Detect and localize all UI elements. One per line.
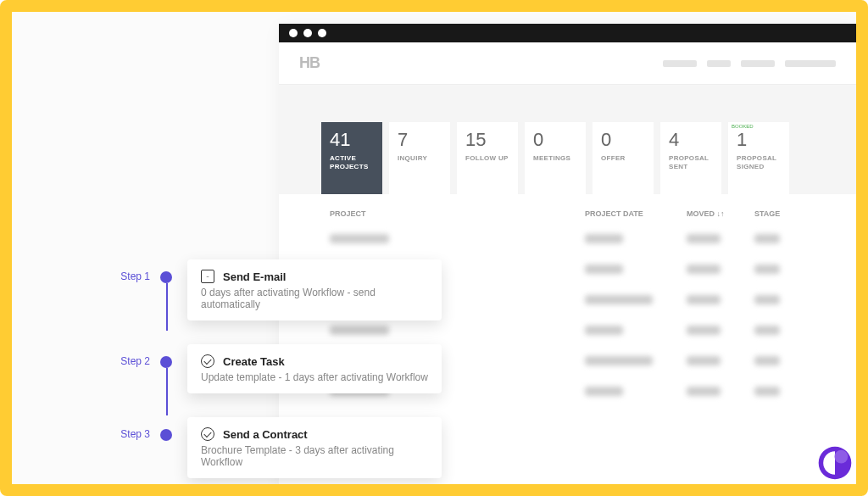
logo: HB [299, 54, 320, 72]
stat-value: 41 [330, 131, 374, 149]
step-label: Step 1 [114, 259, 160, 282]
stat-label: FOLLOW UP [465, 154, 509, 163]
step-subtitle: Brochure Template - 3 days after activat… [201, 444, 428, 468]
stat-badge: BOOKED [732, 124, 754, 129]
step-connector [166, 283, 168, 331]
step-subtitle: Update template - 1 days after activatin… [201, 371, 428, 383]
brand-badge-icon [815, 443, 854, 482]
stat-value: 15 [465, 131, 509, 149]
th-date[interactable]: PROJECT DATE [585, 209, 687, 218]
step-card-create-task[interactable]: Create Task Update template - 1 days aft… [187, 344, 442, 393]
workflow-steps: Step 1 Send E-mail 0 days after activati… [114, 259, 442, 496]
stat-value: 0 [533, 131, 577, 149]
stat-value: 4 [669, 131, 713, 149]
step-subtitle: 0 days after activating Workflow - send … [201, 287, 428, 310]
table-row[interactable] [330, 226, 805, 250]
stat-label: OFFER [601, 154, 645, 163]
step-card-send-email[interactable]: Send E-mail 0 days after activating Work… [187, 259, 442, 320]
step-card-send-contract[interactable]: Send a Contract Brochure Template - 3 da… [187, 417, 442, 478]
workflow-step-3: Step 3 Send a Contract Brochure Template… [114, 417, 442, 496]
stat-follow-up[interactable]: 15 FOLLOW UP [457, 122, 518, 194]
stat-label: PROPOSAL SENT [669, 154, 713, 172]
window-control-close[interactable] [289, 29, 298, 37]
step-title: Create Task [223, 355, 285, 368]
step-label: Step 2 [114, 344, 160, 367]
step-bullet [160, 356, 172, 368]
stat-value: 0 [601, 131, 645, 149]
stat-label: ACTIVE PROJECTS [330, 154, 374, 172]
table-header-row: PROJECT PROJECT DATE MOVED ↓↑ STAGE [279, 194, 856, 226]
stat-active-projects[interactable]: 41 ACTIVE PROJECTS [321, 122, 382, 194]
stat-proposal-sent[interactable]: 4 PROPOSAL SENT [660, 122, 721, 194]
stats-row: 41 ACTIVE PROJECTS 7 INQUIRY 15 FOLLOW U… [279, 85, 856, 194]
stat-offer[interactable]: 0 OFFER [593, 122, 654, 194]
th-moved[interactable]: MOVED ↓↑ [687, 209, 754, 218]
stat-value: 7 [398, 131, 442, 149]
stat-meetings[interactable]: 0 MEETINGS [525, 122, 586, 194]
step-bullet [160, 429, 172, 441]
step-connector [166, 368, 168, 415]
check-circle-icon [201, 427, 214, 441]
nav-placeholder [663, 60, 836, 67]
svg-point-1 [835, 450, 849, 464]
stat-proposal-signed[interactable]: BOOKED 1 PROPOSAL SIGNED [728, 122, 789, 194]
window-control-max[interactable] [318, 29, 326, 37]
th-project[interactable]: PROJECT [330, 209, 585, 218]
step-bullet [160, 271, 172, 283]
stat-label: INQUIRY [398, 154, 442, 163]
app-header: HB [279, 42, 856, 85]
step-title: Send E-mail [223, 270, 286, 283]
stat-label: PROPOSAL SIGNED [737, 154, 781, 172]
window-titlebar [279, 24, 856, 42]
window-control-min[interactable] [303, 29, 312, 37]
workflow-step-1: Step 1 Send E-mail 0 days after activati… [114, 259, 442, 344]
step-label: Step 3 [114, 417, 160, 440]
th-stage[interactable]: STAGE [754, 209, 805, 218]
check-circle-icon [201, 354, 214, 368]
workflow-step-2: Step 2 Create Task Update template - 1 d… [114, 344, 442, 417]
mail-icon [201, 270, 214, 283]
stat-value: 1 [737, 131, 781, 149]
step-title: Send a Contract [223, 428, 308, 441]
stat-label: MEETINGS [533, 154, 577, 163]
stat-inquiry[interactable]: 7 INQUIRY [389, 122, 450, 194]
